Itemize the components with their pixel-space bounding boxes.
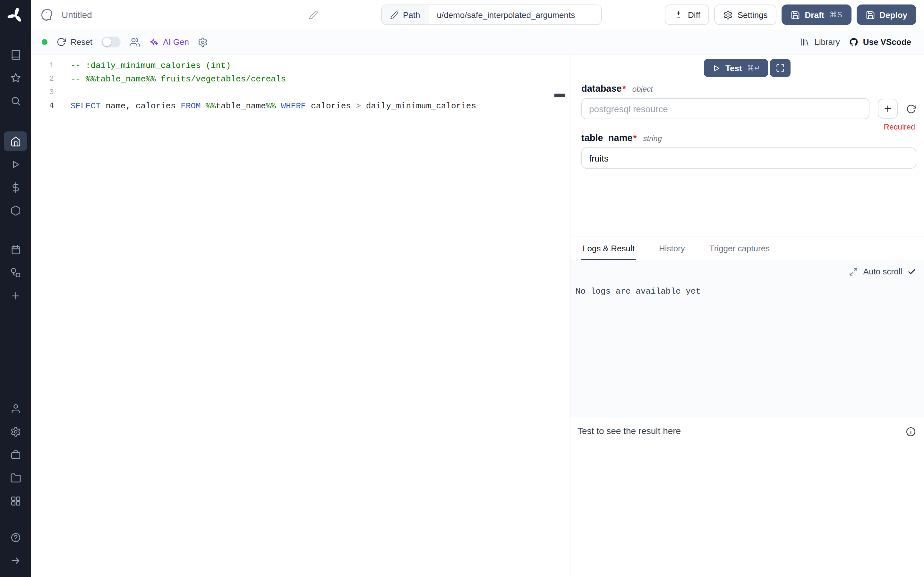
maximize-icon [849,267,858,276]
windmill-logo-icon [7,7,24,24]
line-number: 1 [31,59,54,73]
use-vscode-label: Use VScode [863,37,911,47]
sidebar-item-favorites[interactable] [4,68,27,88]
code-text [54,86,71,99]
code-text: -- %%table_name%% fruits/vegetables/cere… [54,73,286,86]
settings-button[interactable]: Settings [714,5,777,25]
sidebar-item-folders[interactable] [4,468,27,488]
ai-gen-button[interactable]: AI Gen [149,37,189,47]
topbar-actions: Diff Settings Draft ⌘S Deploy [665,5,916,25]
script-title-field[interactable]: Untitled [61,10,318,20]
diff-button[interactable]: Diff [665,5,709,25]
arguments-form: database * object Required [570,77,924,169]
path-value[interactable]: u/demo/safe_interpolated_arguments [429,5,601,24]
sidebar-item-variables[interactable] [4,177,27,197]
refresh-icon [906,103,916,114]
sidebar-item-schedules[interactable] [4,240,27,259]
path-button[interactable]: Path [382,5,429,24]
line-number-active: 4 [31,99,54,113]
windmill-logo[interactable] [0,0,31,31]
sidebar-item-flows[interactable] [4,263,27,283]
workflow-icon [10,268,21,278]
home-icon [10,136,21,147]
info-icon[interactable] [905,426,916,437]
result-placeholder: Test to see the result here [577,426,681,436]
library-button[interactable]: Library [800,37,840,47]
sidebar-item-help[interactable] [4,528,27,548]
add-resource-button[interactable] [878,99,898,119]
main-area: Untitled Path u/demo/safe_interpolated_a… [31,0,924,577]
required-asterisk: * [622,83,626,93]
topbar: Untitled Path u/demo/safe_interpolated_a… [31,0,924,29]
field-type: string [643,134,662,143]
autoscroll-checkbox[interactable] [907,267,916,276]
draft-label: Draft [805,10,825,19]
field-name: database [582,83,622,93]
test-button[interactable]: Test ⌘↵ [704,59,768,77]
toggle-knob [103,38,111,46]
code-editor[interactable]: 1 -- :daily_minimum_calories (int) 2 -- … [31,55,560,577]
sidebar-item-resources[interactable] [4,201,27,221]
github-icon [849,37,859,47]
overview-ruler-mark [554,93,565,97]
code-line-3: 3 [31,86,560,99]
sidebar-item-search[interactable] [4,91,27,111]
sidebar-item-apps[interactable] [4,491,27,511]
deploy-button[interactable]: Deploy [856,5,916,25]
autoscroll-label: Auto scroll [863,267,902,276]
tab-logs-result[interactable]: Logs & Result [582,237,636,260]
sidebar-item-home[interactable] [4,131,27,151]
editor-toolbar: Reset AI Gen Library Use VScode [31,29,924,55]
sidebar-item-docs[interactable] [4,45,27,65]
test-label: Test [725,63,742,73]
collaborators-button[interactable] [129,37,140,47]
plus-icon [883,104,893,113]
sidebar-item-settings[interactable] [4,422,27,442]
sidebar-item-user[interactable] [4,399,27,419]
sidebar-item-runs[interactable] [4,155,27,174]
use-vscode-button[interactable]: Use VScode [849,37,911,47]
content: 1 -- :daily_minimum_calories (int) 2 -- … [31,55,924,577]
panel-tabs: Logs & Result History Trigger captures [570,237,924,260]
sidebar-group-top [4,45,27,111]
refresh-icon [57,37,66,47]
logs-expand-button[interactable] [849,267,858,276]
table-name-input[interactable] [582,147,916,169]
database-input[interactable] [582,98,869,119]
deploy-label: Deploy [879,10,907,19]
play-icon [10,159,21,170]
test-expand-button[interactable] [771,59,791,77]
script-title: Untitled [61,10,92,20]
tab-trigger-captures[interactable]: Trigger captures [708,237,771,260]
tab-history[interactable]: History [658,237,686,260]
table-name-input-row [582,147,916,169]
test-row: Test ⌘↵ [570,59,924,77]
panel-resize-handle[interactable] [560,55,570,577]
test-panel: Test ⌘↵ database * object [570,55,924,577]
user-icon [10,403,21,414]
star-icon [10,73,21,83]
collab-toggle[interactable] [102,37,121,47]
check-icon [907,267,916,276]
book-icon [10,49,21,60]
sidebar-item-create[interactable] [4,286,27,306]
reset-button[interactable]: Reset [57,37,92,47]
refresh-resources-button[interactable] [906,103,916,114]
plus-icon [10,290,21,301]
autoscroll-row: Auto scroll [570,260,924,276]
search-icon [10,95,21,106]
draft-button[interactable]: Draft ⌘S [782,5,851,25]
sparkles-icon [149,37,158,47]
script-settings-button[interactable] [198,37,208,47]
logs-empty-message: No logs are available yet [570,276,924,296]
line-number: 3 [31,86,54,99]
sidebar [0,0,31,577]
postgresql-icon [40,8,54,22]
save-icon [791,10,800,19]
diff-icon [674,10,683,19]
sidebar-group-main [4,131,27,221]
app-root: Untitled Path u/demo/safe_interpolated_a… [0,0,924,577]
status-dot [42,39,47,45]
sidebar-collapse-button[interactable] [4,551,27,571]
sidebar-item-workers[interactable] [4,445,27,465]
